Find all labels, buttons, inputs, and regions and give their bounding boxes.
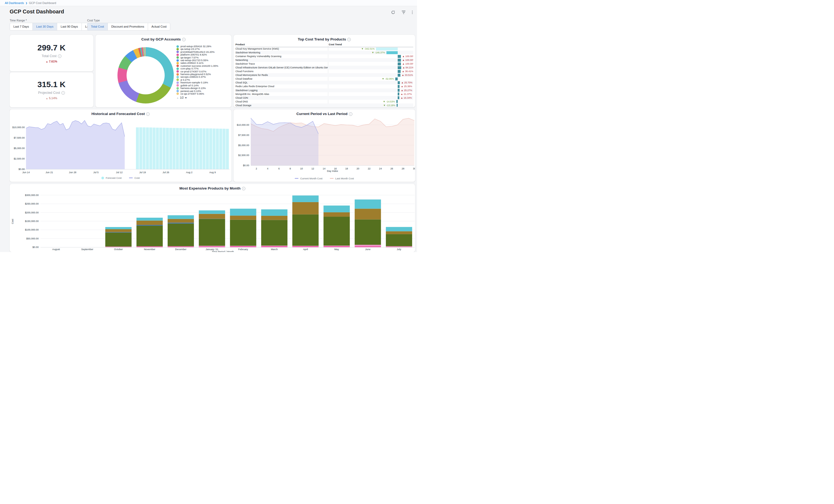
- trend-up-icon: ▲: [46, 97, 48, 100]
- y-tick: $250,000.00: [25, 202, 39, 205]
- cost-trend-cell: ▲ 100.00%: [328, 58, 413, 62]
- x-tick: July: [397, 248, 401, 251]
- x-tick: Jun 14: [22, 171, 30, 174]
- time-range-option-last-7-days[interactable]: Last 7 Days: [10, 23, 33, 30]
- legend-item: Last Month Cost: [330, 177, 354, 180]
- legend-label: Last Month Cost: [335, 177, 354, 180]
- segment-pink: [292, 246, 319, 246]
- forecast-bars: [136, 127, 229, 169]
- y-tick: $2,500.00: [238, 154, 249, 157]
- product-cell: Cloud Storage: [236, 104, 328, 107]
- info-icon[interactable]: [242, 187, 245, 190]
- product-cell: Cloud Functions: [236, 69, 328, 73]
- donut-chart: [117, 47, 174, 104]
- segment-cyan: [261, 210, 287, 216]
- product-cell: Cloud DNS: [236, 100, 328, 104]
- breadcrumb-link-all-dashboards[interactable]: All Dashboards: [5, 1, 24, 4]
- info-icon[interactable]: [349, 112, 352, 116]
- donut-legend: prod-setup-205416 32.29%qa-setup 23.17%p…: [176, 45, 230, 99]
- cost-trend-cell: ▼ -342.01%: [328, 47, 413, 51]
- product-cell: Stackdriver Monitoring: [236, 51, 328, 54]
- product-cell: Redis Labs Redis Enterprise Cloud: [236, 84, 328, 88]
- time-range-option-last-90-days[interactable]: Last 90 Days: [57, 23, 82, 30]
- projected-cost-card: 315.1 K Projected Cost ▲ 5.14%: [10, 72, 93, 107]
- cost-type-label: Cost Type: [87, 19, 100, 22]
- trend-bar: [398, 63, 401, 65]
- cost-type-option-total-cost[interactable]: Total Cost: [87, 23, 108, 30]
- cost-trend-cell: ▲ 16.34%: [328, 96, 413, 100]
- legend-dot-icon: [176, 92, 179, 95]
- trend-bar: [376, 47, 398, 50]
- y-tick: $200,000.00: [25, 211, 39, 214]
- segment-magenta: [261, 246, 287, 247]
- segment-cyan: [292, 195, 319, 202]
- cost-type-option-actual-cost[interactable]: Actual Cost: [148, 23, 170, 30]
- trend-bar: [398, 85, 400, 88]
- pager-up-icon[interactable]: ▲: [176, 96, 179, 99]
- x-tick: September: [81, 248, 93, 251]
- total-cost-card: 299.7 K Total Cost ▲ 7.61%: [10, 35, 93, 71]
- info-icon[interactable]: [146, 112, 150, 116]
- x-tick: 22: [368, 167, 370, 170]
- trend-bar: [398, 96, 399, 99]
- segment-pink: [386, 246, 412, 247]
- trend-value: ▼ -342.01%: [328, 47, 375, 51]
- segment-pink: [168, 246, 194, 246]
- filter-icon[interactable]: [402, 10, 405, 15]
- segment-magenta: [230, 246, 256, 247]
- legend-line-icon: [330, 178, 334, 179]
- y-tick: $300,000.00: [25, 194, 39, 197]
- y-tick: $10,000.00: [12, 126, 25, 129]
- y-tick: $150,000.00: [25, 220, 39, 222]
- trend-value: ▲ 16.34%: [401, 96, 412, 100]
- table-row: Networking▲ 100.00%: [236, 58, 413, 62]
- legend-label: Cost: [134, 176, 140, 179]
- trend-bar: [396, 100, 398, 103]
- cost-trend-cell: ▼ -32.06%: [328, 77, 413, 81]
- x-tick: March: [271, 248, 278, 251]
- cost-trend-cell: ▼ -13.19%: [328, 104, 413, 107]
- cost-type-option-discount-and-promotions[interactable]: Discount and Promotions: [108, 23, 148, 30]
- trend-value: ▼ -32.06%: [328, 77, 394, 81]
- trend-value: ▲ 21.37%: [401, 92, 412, 96]
- segment-dark-gold: [292, 202, 319, 215]
- segment-dark-gold: [386, 232, 412, 234]
- breadcrumb-chevron-icon: ❯: [25, 2, 27, 4]
- projected-cost-value: 315.1 K: [37, 80, 65, 89]
- x-tick: Jun 21: [46, 171, 53, 174]
- y-tick: $7,500.00: [14, 136, 25, 139]
- trend-bar: [398, 59, 401, 62]
- x-tick: Jul 5: [93, 171, 98, 174]
- legend-line-icon: [295, 178, 299, 179]
- trend-table-header: Product Cost Trend: [236, 43, 413, 47]
- cost-trend-cell: ▲ 25.38%: [328, 84, 413, 88]
- period-compare-card: Current Period vs Last Period Day Index …: [234, 109, 415, 182]
- table-row: Cloud Memorystore for Redis▲ 33.51%: [236, 73, 413, 77]
- y-tick: $10,000.00: [237, 124, 249, 126]
- legend-dot-icon: [176, 51, 179, 53]
- pager-down-icon[interactable]: ▼: [185, 96, 187, 99]
- info-icon[interactable]: [182, 38, 185, 41]
- info-icon[interactable]: [347, 38, 351, 41]
- x-tick: 20: [356, 167, 359, 170]
- time-range-option-last-30-days[interactable]: Last 30 Days: [32, 23, 57, 30]
- x-tick: 2: [256, 167, 257, 170]
- legend-dot-icon: [176, 73, 179, 75]
- refresh-icon[interactable]: [391, 10, 395, 15]
- kebab-menu-icon[interactable]: [412, 10, 413, 15]
- donut-legend-pager: ▲1/2▼: [176, 96, 230, 99]
- stacked-bar-may: [323, 205, 350, 247]
- trend-value: ▲ 100.00%: [402, 54, 413, 58]
- segment-magenta: [355, 246, 381, 247]
- trend-bar: [398, 55, 401, 58]
- segment-olive-green: [323, 217, 350, 245]
- y-tick: $7,500.00: [238, 134, 249, 136]
- table-row: Cloud Storage▼ -13.19%: [236, 104, 413, 107]
- trend-bar: [398, 81, 400, 84]
- x-tick: October: [114, 248, 123, 251]
- info-icon[interactable]: [58, 54, 61, 58]
- info-icon[interactable]: [61, 91, 65, 95]
- cost-by-gcp-accounts-card: Cost by GCP Accounts prod-setup-205416 3…: [95, 35, 232, 107]
- x-tick: 24: [379, 167, 382, 170]
- x-tick: 8: [290, 167, 291, 170]
